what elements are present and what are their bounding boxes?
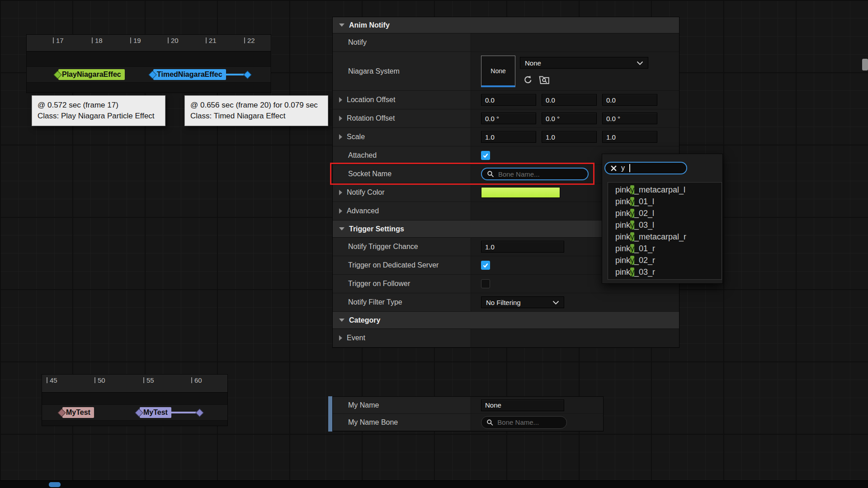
notify-duration-bar[interactable] bbox=[225, 74, 245, 75]
check-icon bbox=[482, 262, 489, 268]
expand-arrow-icon[interactable] bbox=[339, 97, 342, 103]
notify-color-swatch[interactable] bbox=[481, 187, 560, 198]
notify-diamond-icon[interactable] bbox=[195, 408, 203, 417]
bone-option[interactable]: pinky_02_r bbox=[608, 254, 722, 266]
tooltip-time: @ 0.656 sec (frame 20) for 0.079 sec bbox=[190, 100, 322, 111]
magnifier-icon bbox=[487, 170, 494, 178]
match-highlight: y bbox=[630, 267, 634, 277]
asset-thumbnail-label: None bbox=[491, 67, 505, 75]
notify-duration-bar[interactable] bbox=[170, 412, 197, 413]
my-name-bone-input[interactable] bbox=[497, 418, 561, 426]
scale-z-field[interactable] bbox=[602, 131, 657, 143]
match-highlight: y bbox=[630, 221, 634, 230]
bone-option[interactable]: pinky_01_l bbox=[608, 196, 722, 207]
location-y-field[interactable] bbox=[542, 94, 597, 106]
expand-arrow-icon[interactable] bbox=[339, 116, 342, 121]
browse-asset-button[interactable] bbox=[538, 74, 551, 85]
frame-ruler-top: 17 18 19 20 21 22 bbox=[27, 35, 271, 52]
details-panel-bottom: My Name My Name Bone bbox=[332, 396, 604, 432]
my-name-field[interactable] bbox=[481, 399, 564, 411]
frame-label: 50 bbox=[98, 377, 105, 383]
collapse-arrow-icon[interactable] bbox=[339, 319, 344, 322]
scale-x-field[interactable] bbox=[481, 131, 536, 143]
bone-option[interactable]: pinky_02_l bbox=[608, 207, 722, 219]
bone-search-field[interactable]: y bbox=[604, 162, 687, 174]
notify-marker-mytest-1[interactable]: MyTest bbox=[59, 407, 94, 418]
socket-name-input[interactable] bbox=[498, 170, 583, 178]
socket-name-search-field[interactable] bbox=[481, 168, 589, 180]
clear-icon[interactable] bbox=[610, 165, 617, 172]
attached-checkbox[interactable] bbox=[481, 151, 490, 160]
notify-marker-timed-niagara[interactable]: TimedNiagaraEffec bbox=[150, 69, 250, 80]
notify-marker-play-niagara[interactable]: PlayNiagaraEffec bbox=[55, 69, 125, 80]
notify-track: PlayNiagaraEffec TimedNiagaraEffec bbox=[27, 52, 271, 93]
location-x-field[interactable] bbox=[481, 94, 536, 106]
section-title: Trigger Settings bbox=[349, 225, 404, 233]
rotation-z-field[interactable] bbox=[602, 113, 657, 124]
frame-label: 55 bbox=[146, 377, 154, 383]
row-my-name: My Name bbox=[333, 397, 603, 414]
horizontal-scrollbar-thumb[interactable] bbox=[49, 482, 61, 487]
match-highlight: y bbox=[630, 197, 634, 206]
bone-option[interactable]: pinky_metacarpal_r bbox=[608, 231, 722, 243]
expand-arrow-icon[interactable] bbox=[339, 190, 342, 195]
vertical-scrollbar-thumb[interactable] bbox=[862, 59, 868, 70]
dropdown-value: No Filtering bbox=[486, 299, 521, 306]
scale-y-field[interactable] bbox=[542, 131, 597, 143]
horizontal-scrollbar[interactable] bbox=[0, 480, 868, 488]
dedicated-server-checkbox[interactable] bbox=[481, 261, 490, 270]
tick-mark bbox=[191, 377, 192, 383]
match-highlight: y bbox=[630, 185, 634, 194]
row-notify-filter-type: Notify Filter Type No Filtering bbox=[333, 293, 679, 312]
notify-diamond-icon[interactable] bbox=[243, 70, 251, 79]
notify-marker-label[interactable]: MyTest bbox=[140, 407, 171, 418]
expand-arrow-icon[interactable] bbox=[339, 134, 342, 140]
row-label: Notify Color bbox=[347, 188, 385, 197]
row-label: Niagara System bbox=[348, 67, 400, 75]
expand-arrow-icon[interactable] bbox=[339, 208, 342, 214]
match-highlight: y bbox=[630, 256, 634, 265]
notify-marker-label[interactable]: PlayNiagaraEffec bbox=[58, 69, 125, 80]
my-name-bone-search-field[interactable] bbox=[481, 416, 567, 429]
expand-arrow-icon[interactable] bbox=[339, 335, 342, 341]
notify-track-panel-bottom: 45 50 55 60 MyTest MyTest bbox=[42, 374, 228, 426]
trigger-chance-field[interactable] bbox=[481, 241, 564, 253]
row-label: Location Offset bbox=[347, 96, 395, 104]
notify-marker-label[interactable]: MyTest bbox=[62, 407, 94, 418]
tooltip-class: Class: Timed Niagara Effect bbox=[190, 111, 322, 122]
row-my-name-bone: My Name Bone bbox=[333, 414, 603, 431]
rotation-y-field[interactable] bbox=[542, 113, 597, 124]
bone-option[interactable]: pinky_metacarpal_l bbox=[608, 184, 722, 196]
use-selected-asset-button[interactable] bbox=[522, 74, 534, 85]
notify-filter-dropdown[interactable]: No Filtering bbox=[481, 296, 564, 308]
row-label: Socket Name bbox=[348, 170, 392, 178]
bone-option[interactable]: pinky_03_r bbox=[608, 266, 722, 278]
bone-option[interactable]: pinky_01_r bbox=[608, 243, 722, 254]
chevron-down-icon bbox=[637, 61, 643, 65]
frame-label: 60 bbox=[194, 377, 202, 383]
asset-thumbnail[interactable]: None bbox=[481, 56, 515, 87]
collapse-arrow-icon[interactable] bbox=[339, 227, 344, 230]
tick-mark bbox=[168, 38, 169, 43]
tooltip-class: Class: Play Niagara Particle Effect bbox=[38, 111, 160, 122]
notify-marker-mytest-2[interactable]: MyTest bbox=[136, 407, 203, 418]
match-highlight: y bbox=[630, 244, 634, 253]
bone-option[interactable]: pinky_03_l bbox=[608, 219, 722, 231]
collapse-arrow-icon[interactable] bbox=[339, 23, 344, 27]
section-header-category[interactable]: Category bbox=[333, 312, 679, 329]
match-highlight: y bbox=[630, 232, 634, 241]
location-z-field[interactable] bbox=[602, 94, 657, 106]
notify-marker-label[interactable]: TimedNiagaraEffec bbox=[153, 69, 226, 80]
tick-mark bbox=[206, 38, 207, 43]
rotation-x-field[interactable] bbox=[481, 113, 536, 124]
section-header-anim-notify[interactable]: Anim Notify bbox=[333, 17, 679, 33]
frame-ruler-bottom: 45 50 55 60 bbox=[42, 375, 227, 393]
panel-accent-strip bbox=[328, 396, 332, 432]
tick-mark bbox=[94, 377, 95, 383]
row-label: My Name Bone bbox=[348, 418, 398, 427]
niagara-system-dropdown[interactable]: None bbox=[520, 57, 648, 69]
check-icon bbox=[482, 152, 489, 159]
frame-label: 17 bbox=[56, 38, 64, 43]
follower-checkbox[interactable] bbox=[481, 279, 490, 288]
row-niagara-system: Niagara System None None bbox=[333, 52, 679, 91]
